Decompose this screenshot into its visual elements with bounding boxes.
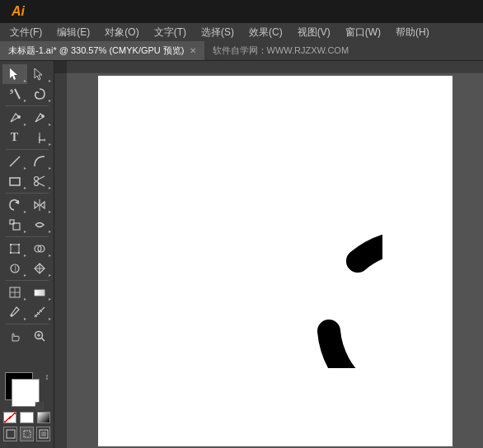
tab-bar: 未标题-1.ai* @ 330.57% (CMYK/GPU 预览) ✕ 软件自学… [0,41,483,61]
menu-type[interactable]: 文字(T) [148,24,193,41]
svg-rect-24 [11,245,19,253]
tool-separator-1 [6,105,49,106]
color-fill-button[interactable] [20,412,33,423]
swap-colors-icon[interactable]: ↕ [45,372,49,381]
svg-marker-19 [35,202,39,208]
svg-rect-27 [10,252,12,254]
canvas [98,76,453,446]
svg-line-11 [10,156,20,166]
menu-view[interactable]: 视图(V) [291,24,337,41]
add-anchor-tool[interactable] [27,108,52,128]
svg-rect-38 [35,290,45,296]
svg-point-14 [34,182,38,186]
svg-rect-12 [10,178,20,185]
draw-normal-button[interactable] [3,427,17,441]
svg-line-5 [10,91,13,91]
tool-separator-3 [6,193,49,194]
rotate-tool[interactable] [2,195,27,215]
svg-line-4 [12,89,12,92]
svg-marker-1 [35,68,42,80]
tab-secondary[interactable]: 软件自学网：WWW.RJZXW.COM [204,41,358,60]
tab-close-button[interactable]: ✕ [190,46,196,55]
svg-rect-49 [24,431,30,437]
eyedropper-tool[interactable] [2,302,27,322]
hand-tool[interactable] [2,326,27,346]
menu-object[interactable]: 对象(O) [98,24,145,41]
ruler-corner [54,61,67,73]
none-fill-button[interactable] [3,412,16,423]
svg-line-45 [41,338,45,342]
draw-inside-button[interactable] [20,427,34,441]
line-tool[interactable] [2,152,27,171]
scissors-tool[interactable] [27,171,52,191]
c-shape-graphic [168,154,382,368]
draw-behind-button[interactable] [36,427,50,441]
svg-marker-20 [40,202,45,208]
ruler-vertical [54,73,67,448]
tab-active[interactable]: 未标题-1.ai* @ 330.57% (CMYK/GPU 预览) ✕ [0,41,204,60]
title-bar: Ai [0,0,483,23]
select-tool[interactable] [2,64,27,84]
tool-separator-2 [6,149,49,150]
zoom-tool[interactable] [27,326,52,346]
magic-wand-tool[interactable] [2,84,27,104]
scale-tool[interactable] [2,215,27,235]
menu-bar: 文件(F) 编辑(E) 对象(O) 文字(T) 选择(S) 效果(C) 视图(V… [0,23,483,41]
reset-colors-icon[interactable]: ⬛ [35,402,44,410]
svg-line-15 [38,176,45,180]
svg-rect-51 [41,432,46,436]
svg-rect-25 [10,244,12,245]
vertical-type-tool[interactable]: T [27,128,52,147]
tool-separator-6 [6,324,49,324]
menu-help[interactable]: 帮助(H) [389,24,436,41]
lasso-tool[interactable] [27,84,52,104]
reflect-tool[interactable] [27,195,52,215]
svg-text:T: T [35,137,46,143]
gradient-fill-button[interactable] [37,412,50,423]
canvas-area [54,61,483,448]
ai-logo: Ai [7,4,30,19]
perspective-grid-tool[interactable] [27,259,52,278]
svg-line-2 [15,89,20,99]
color-section: ↕ ⬛ [0,369,54,445]
svg-rect-28 [18,252,20,254]
tab-secondary-label: 软件自学网：WWW.RJZXW.COM [213,44,349,57]
menu-file[interactable]: 文件(F) [3,24,49,41]
arc-tool[interactable] [27,152,52,171]
menu-edit[interactable]: 编辑(E) [50,24,96,41]
tab-active-label: 未标题-1.ai* @ 330.57% (CMYK/GPU 预览) [8,44,185,57]
free-transform-tool[interactable] [2,239,27,259]
type-tool[interactable]: T [2,128,27,147]
measure-tool[interactable] [27,302,52,322]
svg-line-3 [10,92,13,94]
svg-line-16 [38,183,45,186]
color-modes [3,412,50,423]
direct-select-tool[interactable] [27,64,52,84]
svg-marker-0 [10,68,17,80]
tool-separator-5 [6,280,49,281]
svg-point-6 [17,115,21,119]
shape-builder-tool[interactable] [27,239,52,259]
ruler-horizontal [67,61,483,73]
menu-effect[interactable]: 效果(C) [242,24,289,41]
svg-rect-48 [7,430,15,438]
tool-separator-4 [6,236,49,237]
gradient-tool[interactable] [27,282,52,302]
toolbar: T T [0,61,54,448]
main-area: T T [0,61,483,448]
pen-tool[interactable] [2,108,27,128]
color-swatches: ↕ ⬛ [5,372,49,408]
svg-rect-26 [18,244,20,245]
menu-window[interactable]: 窗口(W) [339,24,387,41]
menu-select[interactable]: 选择(S) [195,24,241,41]
live-paint-tool[interactable] [2,259,27,278]
warp-tool[interactable] [27,215,52,235]
mesh-tool[interactable] [2,282,27,302]
rectangle-tool[interactable] [2,171,27,191]
svg-point-13 [34,177,38,181]
svg-point-39 [10,315,12,317]
